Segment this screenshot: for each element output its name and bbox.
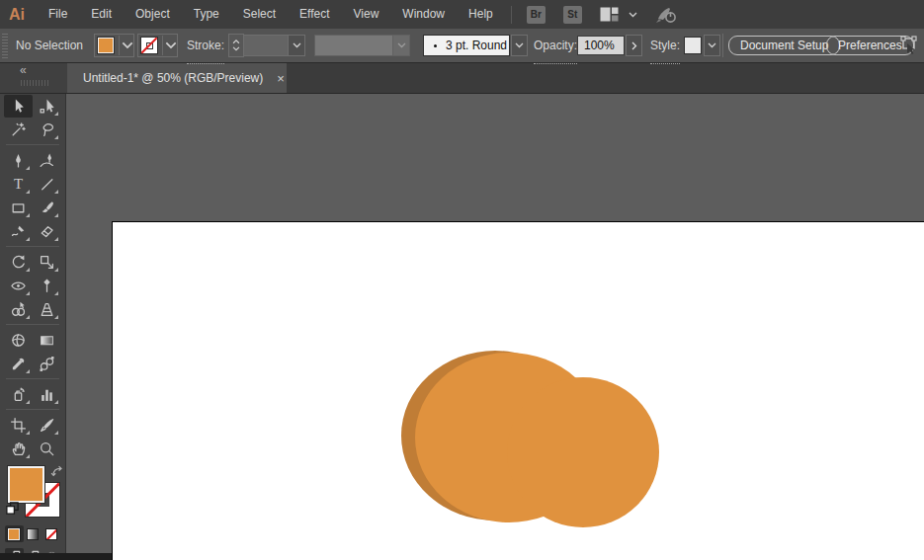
- zoom-icon: [39, 440, 55, 457]
- stroke-color-control[interactable]: [137, 34, 178, 57]
- toolbar-divider: [6, 378, 59, 379]
- none-swatch-button[interactable]: [42, 525, 61, 542]
- fill-stroke-area: [1, 463, 64, 520]
- tab-close-icon[interactable]: ×: [277, 72, 285, 85]
- swap-fill-stroke-icon[interactable]: [50, 464, 64, 482]
- menu-object[interactable]: Object: [124, 0, 182, 29]
- mesh-tool[interactable]: [4, 329, 33, 352]
- line-segment-tool[interactable]: [33, 173, 61, 196]
- width-tool[interactable]: [4, 275, 33, 297]
- chevron-up-icon[interactable]: [232, 40, 240, 44]
- shape-builder-tool[interactable]: [4, 298, 33, 321]
- rotate-tool[interactable]: [4, 251, 33, 274]
- symbol-sprayer-icon: [10, 386, 27, 403]
- menu-select[interactable]: Select: [231, 0, 288, 29]
- chevron-down-icon[interactable]: [122, 41, 133, 49]
- eraser-tool[interactable]: [33, 220, 61, 243]
- menu-view[interactable]: View: [342, 0, 391, 29]
- blend-tool[interactable]: [33, 353, 61, 375]
- chevron-down-icon[interactable]: [232, 46, 240, 51]
- puppet-warp-tool[interactable]: [33, 275, 61, 297]
- canvas-area[interactable]: [67, 94, 924, 560]
- fill-color-swatch[interactable]: [8, 466, 44, 503]
- paintbrush-tool[interactable]: [33, 197, 61, 219]
- menu-edit[interactable]: Edit: [79, 0, 124, 29]
- brush-preset-field[interactable]: 3 pt. Round: [423, 35, 510, 56]
- type-tool[interactable]: T: [4, 173, 33, 196]
- artboard-tool[interactable]: [4, 414, 33, 437]
- tool-panel-grip[interactable]: [21, 80, 48, 86]
- symbol-sprayer-tool[interactable]: [4, 383, 33, 406]
- direct-selection-icon: [39, 98, 55, 115]
- flyout-indicator: [26, 237, 30, 241]
- stroke-weight-combo[interactable]: [243, 35, 305, 56]
- selection-tool[interactable]: [4, 95, 33, 118]
- fill-color-control[interactable]: [94, 34, 134, 57]
- panel-grip[interactable]: [2, 33, 8, 58]
- right-ellipse[interactable]: [507, 377, 659, 527]
- style-link[interactable]: Style:: [650, 29, 680, 64]
- menu-type[interactable]: Type: [182, 0, 231, 29]
- column-graph-tool[interactable]: [33, 383, 61, 406]
- menu-effect[interactable]: Effect: [288, 0, 341, 29]
- brush-dropdown-button[interactable]: [511, 35, 528, 56]
- chevron-down-icon[interactable]: [165, 41, 177, 49]
- stroke-weight-field[interactable]: [244, 36, 288, 55]
- chevron-down-icon: [708, 42, 716, 48]
- stock-button[interactable]: St: [563, 6, 582, 24]
- isolate-selection-icon[interactable]: [895, 29, 919, 62]
- opacity-link[interactable]: Opacity:: [534, 29, 577, 64]
- tools-panel: T: [0, 94, 66, 553]
- eyedropper-tool[interactable]: [4, 353, 33, 375]
- menu-help[interactable]: Help: [457, 0, 505, 29]
- zoom-tool[interactable]: [33, 438, 61, 460]
- fill-swatch[interactable]: [98, 38, 114, 53]
- rectangle-tool[interactable]: [4, 197, 33, 219]
- bridge-button[interactable]: Br: [527, 6, 546, 24]
- direct-selection-tool[interactable]: [33, 95, 61, 118]
- style-dropdown-button[interactable]: [704, 35, 720, 56]
- eyedropper-icon: [10, 356, 27, 372]
- menu-divider: [511, 6, 512, 24]
- workspace-layout-icon[interactable]: [600, 7, 619, 22]
- default-fill-stroke-icon[interactable]: [5, 501, 20, 520]
- hand-tool[interactable]: [4, 438, 33, 460]
- slice-tool[interactable]: [33, 414, 61, 437]
- stroke-none-swatch[interactable]: [141, 38, 157, 53]
- flyout-indicator: [26, 431, 30, 435]
- tool-panel-header: «: [0, 63, 67, 93]
- chevron-down-icon[interactable]: [288, 36, 304, 55]
- menu-bar: Ai FileEditObjectTypeSelectEffectViewWin…: [0, 0, 924, 29]
- opacity-field[interactable]: 100%: [577, 36, 625, 55]
- curvature-tool[interactable]: [33, 149, 61, 172]
- color-swatch-button[interactable]: [5, 525, 24, 542]
- width-icon: [10, 278, 27, 294]
- menu-window[interactable]: Window: [390, 0, 457, 29]
- lasso-tool[interactable]: [33, 119, 61, 141]
- pen-tool[interactable]: [4, 149, 33, 172]
- document-tab[interactable]: Untitled-1* @ 50% (RGB/Preview) ×: [67, 63, 287, 93]
- perspective-grid-icon: [39, 301, 55, 318]
- opacity-stepper-button[interactable]: [626, 35, 642, 56]
- gradient-swatch-button[interactable]: [24, 525, 42, 542]
- flyout-indicator: [26, 190, 30, 194]
- illustrator-logo: Ai: [0, 6, 37, 24]
- gpu-performance-icon[interactable]: [655, 6, 677, 24]
- collapse-panel-button[interactable]: «: [20, 63, 26, 77]
- none-chip-icon: [45, 528, 57, 540]
- gradient-tool[interactable]: [33, 329, 61, 352]
- chevron-down-icon[interactable]: [629, 12, 637, 18]
- perspective-grid-tool[interactable]: [33, 298, 61, 321]
- artwork-layer: [67, 94, 924, 560]
- stroke-weight-stepper[interactable]: [228, 34, 244, 57]
- document-setup-button[interactable]: Document Setup: [728, 36, 840, 55]
- shaper-tool[interactable]: [4, 220, 33, 243]
- scale-tool[interactable]: [33, 251, 61, 274]
- flyout-indicator: [54, 135, 58, 139]
- stroke-link[interactable]: Stroke:: [187, 29, 224, 64]
- style-swatch[interactable]: [684, 37, 702, 54]
- width-profile-combo: [314, 35, 410, 56]
- scale-icon: [39, 254, 55, 271]
- magic-wand-tool[interactable]: [4, 119, 33, 141]
- menu-file[interactable]: File: [37, 0, 79, 29]
